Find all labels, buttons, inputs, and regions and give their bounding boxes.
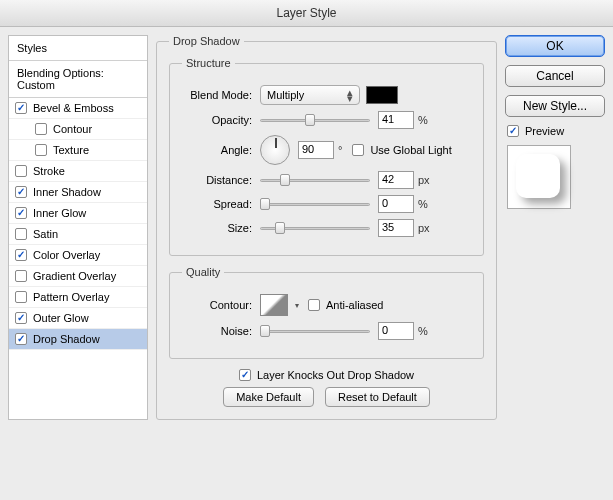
window-title: Layer Style: [0, 0, 613, 27]
quality-group: Quality Contour: ▾ Anti-aliased Noise: 0…: [169, 266, 484, 359]
opacity-slider[interactable]: [260, 113, 370, 127]
style-item-label: Satin: [33, 228, 58, 240]
opacity-unit: %: [418, 114, 428, 126]
select-arrows-icon: ▴▾: [347, 89, 353, 101]
style-item-checkbox[interactable]: [15, 270, 27, 282]
size-unit: px: [418, 222, 430, 234]
style-item-outer-glow[interactable]: Outer Glow: [9, 308, 147, 329]
spread-label: Spread:: [182, 198, 252, 210]
structure-legend: Structure: [182, 57, 235, 69]
distance-unit: px: [418, 174, 430, 186]
angle-label: Angle:: [182, 144, 252, 156]
structure-group: Structure Blend Mode: Multiply ▴▾ Opacit…: [169, 57, 484, 256]
distance-field[interactable]: 42: [378, 171, 414, 189]
spread-slider[interactable]: [260, 197, 370, 211]
anti-aliased-label: Anti-aliased: [326, 299, 383, 311]
preview-thumbnail: [507, 145, 571, 209]
style-item-label: Gradient Overlay: [33, 270, 116, 282]
size-label: Size:: [182, 222, 252, 234]
style-item-label: Inner Shadow: [33, 186, 101, 198]
spread-unit: %: [418, 198, 428, 210]
quality-legend: Quality: [182, 266, 224, 278]
style-item-checkbox[interactable]: [35, 144, 47, 156]
style-item-inner-shadow[interactable]: Inner Shadow: [9, 182, 147, 203]
make-default-button[interactable]: Make Default: [223, 387, 314, 407]
opacity-label: Opacity:: [182, 114, 252, 126]
style-item-label: Contour: [53, 123, 92, 135]
style-item-pattern-overlay[interactable]: Pattern Overlay: [9, 287, 147, 308]
style-item-checkbox[interactable]: [15, 102, 27, 114]
style-item-checkbox[interactable]: [15, 165, 27, 177]
style-item-checkbox[interactable]: [15, 186, 27, 198]
angle-field[interactable]: 90: [298, 141, 334, 159]
ok-button[interactable]: OK: [505, 35, 605, 57]
preview-checkbox[interactable]: [507, 125, 519, 137]
blending-options-row[interactable]: Blending Options: Custom: [9, 61, 147, 98]
drop-shadow-legend: Drop Shadow: [169, 35, 244, 47]
style-item-checkbox[interactable]: [15, 228, 27, 240]
style-item-satin[interactable]: Satin: [9, 224, 147, 245]
layer-knocks-out-checkbox[interactable]: [239, 369, 251, 381]
use-global-light-label: Use Global Light: [370, 144, 451, 156]
angle-dial[interactable]: [260, 135, 290, 165]
style-item-inner-glow[interactable]: Inner Glow: [9, 203, 147, 224]
noise-unit: %: [418, 325, 428, 337]
style-item-label: Outer Glow: [33, 312, 89, 324]
noise-label: Noise:: [182, 325, 252, 337]
style-item-label: Texture: [53, 144, 89, 156]
style-item-drop-shadow[interactable]: Drop Shadow: [9, 329, 147, 350]
new-style-button[interactable]: New Style...: [505, 95, 605, 117]
chevron-down-icon: ▾: [295, 301, 299, 310]
style-item-checkbox[interactable]: [15, 249, 27, 261]
spread-field[interactable]: 0: [378, 195, 414, 213]
size-field[interactable]: 35: [378, 219, 414, 237]
use-global-light-checkbox[interactable]: [352, 144, 364, 156]
cancel-button[interactable]: Cancel: [505, 65, 605, 87]
style-item-texture[interactable]: Texture: [9, 140, 147, 161]
blend-mode-select[interactable]: Multiply ▴▾: [260, 85, 360, 105]
size-slider[interactable]: [260, 221, 370, 235]
style-item-label: Color Overlay: [33, 249, 100, 261]
contour-label: Contour:: [182, 299, 252, 311]
angle-unit: °: [338, 144, 342, 156]
style-item-checkbox[interactable]: [15, 207, 27, 219]
style-item-bevel-emboss[interactable]: Bevel & Emboss: [9, 98, 147, 119]
style-item-checkbox[interactable]: [15, 291, 27, 303]
anti-aliased-checkbox[interactable]: [308, 299, 320, 311]
drop-shadow-group: Drop Shadow Structure Blend Mode: Multip…: [156, 35, 497, 420]
style-item-label: Inner Glow: [33, 207, 86, 219]
style-item-label: Drop Shadow: [33, 333, 100, 345]
blend-mode-value: Multiply: [267, 89, 304, 101]
styles-header[interactable]: Styles: [9, 36, 147, 61]
style-item-checkbox[interactable]: [15, 312, 27, 324]
preview-label: Preview: [525, 125, 564, 137]
style-item-checkbox[interactable]: [15, 333, 27, 345]
style-item-label: Pattern Overlay: [33, 291, 109, 303]
style-item-stroke[interactable]: Stroke: [9, 161, 147, 182]
noise-slider[interactable]: [260, 324, 370, 338]
style-item-label: Bevel & Emboss: [33, 102, 114, 114]
style-item-label: Stroke: [33, 165, 65, 177]
style-item-checkbox[interactable]: [35, 123, 47, 135]
style-item-color-overlay[interactable]: Color Overlay: [9, 245, 147, 266]
layer-knocks-out-label: Layer Knocks Out Drop Shadow: [257, 369, 414, 381]
opacity-field[interactable]: 41: [378, 111, 414, 129]
style-item-contour[interactable]: Contour: [9, 119, 147, 140]
distance-label: Distance:: [182, 174, 252, 186]
noise-field[interactable]: 0: [378, 322, 414, 340]
reset-default-button[interactable]: Reset to Default: [325, 387, 430, 407]
shadow-color-swatch[interactable]: [366, 86, 398, 104]
style-item-gradient-overlay[interactable]: Gradient Overlay: [9, 266, 147, 287]
styles-panel: Styles Blending Options: Custom Bevel & …: [8, 35, 148, 420]
contour-picker[interactable]: ▾: [260, 294, 288, 316]
blend-mode-label: Blend Mode:: [182, 89, 252, 101]
distance-slider[interactable]: [260, 173, 370, 187]
